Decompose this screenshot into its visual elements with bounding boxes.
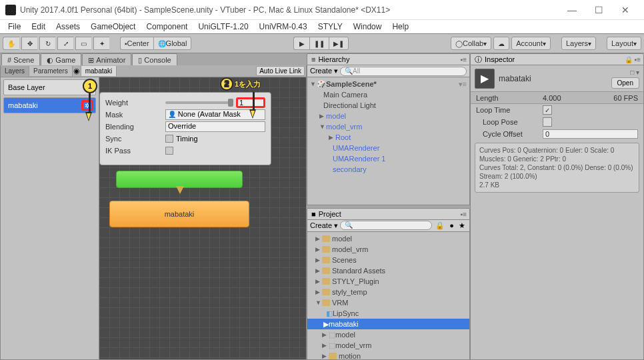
tab-game[interactable]: ◐ Game bbox=[41, 53, 81, 65]
loop-time-checkbox[interactable]: ✓ bbox=[543, 105, 552, 115]
menu-bar: File Edit Assets GameObject Component Un… bbox=[0, 20, 644, 33]
menu-gameobject[interactable]: GameObject bbox=[87, 21, 139, 33]
pause-button[interactable]: ❚❚ bbox=[309, 37, 329, 50]
pivot-center-button[interactable]: ▪ Center bbox=[120, 37, 153, 50]
hierarchy-create-button[interactable]: Create ▾ bbox=[310, 67, 338, 75]
menu-styly[interactable]: STYLY bbox=[314, 21, 347, 33]
hierarchy-tree[interactable]: ▼🎲 SampleScene*▾≡ Main Camera Directiona… bbox=[307, 77, 469, 176]
subtab-layers[interactable]: Layers bbox=[1, 66, 29, 76]
window-title: Unity 2017.4.0f1 Personal (64bit) - Samp… bbox=[20, 5, 559, 15]
transition-arrow-icon bbox=[176, 186, 184, 194]
ikpass-label: IK Pass bbox=[105, 147, 165, 155]
menu-window[interactable]: Window bbox=[349, 21, 386, 33]
project-search-input[interactable]: 🔍 bbox=[340, 221, 432, 230]
loop-pose-label: Loop Pose bbox=[476, 118, 543, 126]
animator-graph[interactable]: Weight 1 Mask 👤 None (Avatar Mask Blendi… bbox=[99, 77, 306, 359]
weight-label: Weight bbox=[105, 99, 165, 107]
asset-tag-icon[interactable]: □ ▾ bbox=[630, 69, 639, 76]
loop-pose-checkbox[interactable] bbox=[543, 117, 552, 127]
menu-help[interactable]: Help bbox=[388, 21, 413, 33]
layer-base[interactable]: Base Layer bbox=[3, 79, 96, 95]
collab-button[interactable]: ◯ Collab ▾ bbox=[451, 37, 491, 50]
layer-list: Base Layer mabataki ✲ bbox=[1, 77, 99, 359]
hierarchy-search-input[interactable]: 🔍All bbox=[340, 67, 467, 76]
curves-info: Curves Pos: 0 Quaternion: 0 Euler: 0 Sca… bbox=[475, 143, 639, 193]
project-header: ■ Project▪≡ bbox=[307, 208, 470, 220]
account-button[interactable]: Account ▾ bbox=[511, 37, 551, 50]
menu-unigltf[interactable]: UniGLTF-1.20 bbox=[194, 21, 252, 33]
menu-assets[interactable]: Assets bbox=[52, 21, 84, 33]
weight-input[interactable]: 1 bbox=[236, 97, 265, 108]
asset-name: mabataki bbox=[499, 74, 607, 83]
layer-settings-popup: Weight 1 Mask 👤 None (Avatar Mask Blendi… bbox=[99, 92, 271, 165]
move-tool-button[interactable]: ✥ bbox=[21, 37, 37, 50]
loop-time-label: Loop Time bbox=[476, 106, 543, 114]
menu-file[interactable]: File bbox=[4, 21, 25, 33]
state-node-mabataki[interactable]: mabataki bbox=[109, 201, 249, 227]
eye-icon[interactable]: ◉ bbox=[73, 67, 81, 75]
menu-edit[interactable]: Edit bbox=[27, 21, 49, 33]
length-value: 4.000 bbox=[543, 94, 561, 102]
layers-button[interactable]: Layers ▾ bbox=[561, 37, 596, 50]
filter-icon[interactable]: ★ bbox=[457, 221, 467, 230]
project-item-selected: ▶ mabataki bbox=[307, 319, 469, 329]
tab-console[interactable]: ▯ Console bbox=[132, 53, 177, 65]
annotation-text-2: 21を入力 bbox=[220, 77, 261, 91]
blending-dropdown[interactable]: Override bbox=[165, 121, 265, 132]
panel-options-icon[interactable]: ▪≡ bbox=[461, 56, 467, 63]
ikpass-checkbox[interactable] bbox=[165, 147, 173, 155]
auto-live-link-button[interactable]: Auto Live Link bbox=[256, 66, 305, 76]
play-button[interactable]: ▶ bbox=[293, 37, 309, 50]
timing-label: Timing bbox=[176, 135, 198, 143]
annotation-badge-1: 1 bbox=[83, 79, 97, 93]
hand-tool-button[interactable]: ✋ bbox=[3, 37, 19, 50]
blending-label: Blending bbox=[105, 123, 165, 131]
filter-icon[interactable]: 🔒 bbox=[434, 221, 446, 230]
hierarchy-header: ≡ Hierarchy▪≡ bbox=[307, 53, 470, 65]
project-create-button[interactable]: Create ▾ bbox=[310, 221, 338, 230]
weight-slider[interactable] bbox=[165, 101, 233, 104]
transform-tool-button[interactable]: ✦ bbox=[93, 37, 109, 50]
length-label: Length bbox=[476, 94, 543, 102]
rotate-tool-button[interactable]: ↻ bbox=[39, 37, 55, 50]
layer-mabataki[interactable]: mabataki ✲ bbox=[3, 97, 96, 113]
tab-animator[interactable]: ⊞ Animator bbox=[82, 53, 131, 65]
cycle-offset-input[interactable]: 0 bbox=[543, 129, 638, 139]
filter-icon[interactable]: ● bbox=[448, 221, 455, 229]
mask-label: Mask bbox=[105, 111, 165, 119]
inspector-header: ⓘ Inspector🔒 ▪≡ bbox=[470, 53, 644, 65]
open-button[interactable]: Open bbox=[611, 77, 639, 89]
project-tree[interactable]: ▶model ▶model_vrm ▶Scenes ▶Standard Asse… bbox=[307, 232, 469, 359]
pivot-global-button[interactable]: 🌐 Global bbox=[153, 37, 192, 50]
unity-logo-icon bbox=[5, 5, 16, 15]
panel-options-icon[interactable]: ▪≡ bbox=[461, 211, 467, 218]
title-bar: Unity 2017.4.0f1 Personal (64bit) - Samp… bbox=[0, 0, 644, 20]
asset-thumbnail-icon: ▶ bbox=[475, 69, 495, 89]
breadcrumb[interactable]: mabataki bbox=[81, 66, 117, 76]
sync-label: Sync bbox=[105, 135, 165, 143]
cycle-offset-label: Cycle Offset bbox=[476, 130, 543, 138]
maximize-button[interactable]: ☐ bbox=[585, 1, 612, 19]
menu-component[interactable]: Component bbox=[142, 21, 191, 33]
minimize-button[interactable]: — bbox=[559, 1, 585, 19]
sync-checkbox[interactable] bbox=[165, 135, 173, 143]
step-button[interactable]: ▶❚ bbox=[329, 37, 349, 50]
subtab-parameters[interactable]: Parameters bbox=[29, 66, 73, 76]
layout-button[interactable]: Layout ▾ bbox=[607, 37, 641, 50]
tab-scene[interactable]: # Scene bbox=[1, 53, 40, 65]
scale-tool-button[interactable]: ⤢ bbox=[57, 37, 73, 50]
close-button[interactable]: ✕ bbox=[612, 1, 639, 19]
layer-settings-gear-icon[interactable]: ✲ bbox=[81, 100, 93, 111]
menu-univrm[interactable]: UniVRM-0.43 bbox=[255, 21, 311, 33]
rect-tool-button[interactable]: ▭ bbox=[75, 37, 91, 50]
main-toolbar: ✋ ✥ ↻ ⤢ ▭ ✦ ▪ Center 🌐 Global ▶ ❚❚ ▶❚ ◯ … bbox=[0, 33, 644, 53]
fps-label: 60 FPS bbox=[613, 94, 638, 102]
panel-options-icon[interactable]: 🔒 ▪≡ bbox=[625, 56, 641, 63]
cloud-button[interactable]: ☁ bbox=[493, 37, 509, 50]
